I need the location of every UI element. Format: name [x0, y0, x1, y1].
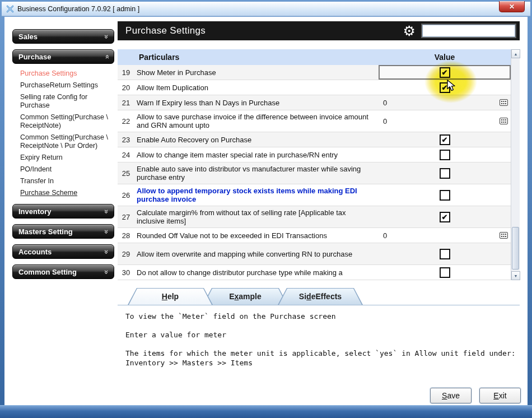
- row-number: 19: [118, 68, 134, 77]
- row-number: 25: [118, 169, 134, 178]
- sidebar-section-sales[interactable]: Sales»: [12, 29, 114, 44]
- row-value-cell: [379, 184, 511, 206]
- sidebar-item-common-setting-purchase-receiptnote-pur-order[interactable]: Common Setting(Purchase \ ReceiptNote \ …: [20, 133, 110, 150]
- checkbox-checked[interactable]: ✔: [440, 67, 450, 78]
- keypad-icon[interactable]: [500, 118, 508, 124]
- table-row-24: 24Allow to change item master special ra…: [118, 147, 511, 162]
- table-row-26: 26Allow to append temporary stock exists…: [118, 184, 511, 206]
- arrow-up-icon: ▲: [514, 52, 518, 56]
- checkbox-unchecked[interactable]: [440, 190, 450, 201]
- row-number: 26: [118, 191, 134, 199]
- tab-help[interactable]: Help: [128, 288, 213, 305]
- help-line: To view the `Meter` field on the Purchas…: [125, 312, 520, 322]
- row-value-cell: [379, 265, 511, 280]
- column-header-particulars: Particulars: [134, 53, 379, 62]
- row-value[interactable]: 0: [379, 231, 387, 240]
- tab-label: Help: [128, 288, 213, 305]
- table-body: 19Show Meter in Purchase✔20Allow Item Du…: [118, 65, 520, 280]
- sidebar-item-selling-rate-config-for-purchase[interactable]: Selling rate Config for Purchase: [20, 93, 110, 110]
- table-row-29: 29Allow item overwrite and mapping while…: [118, 243, 511, 265]
- sidebar-section-label: Inventory: [18, 207, 105, 216]
- sidebar-section-masters-setting[interactable]: Masters Setting»: [12, 224, 114, 239]
- sidebar-item-expiry-return[interactable]: Expiry Return: [20, 154, 110, 162]
- row-value-cell: [379, 162, 511, 184]
- keypad-icon[interactable]: [500, 232, 508, 239]
- search-input[interactable]: [422, 25, 515, 37]
- checkbox-checked[interactable]: ✔: [440, 134, 450, 145]
- scrollbar-thumb[interactable]: [512, 227, 519, 270]
- row-value-cell: [379, 147, 511, 162]
- table-header-row: Particulars Value: [118, 49, 511, 65]
- sidebar-item-transfer-in[interactable]: Transfer In: [20, 177, 110, 185]
- row-value-cell: ✔: [379, 206, 511, 227]
- sidebar-item-purchase-settings[interactable]: Purchase Settings: [20, 69, 110, 78]
- sidebar-item-po-indent[interactable]: PO/Indent: [20, 165, 110, 174]
- exit-button[interactable]: Exit: [479, 388, 521, 403]
- scrollbar-up-button[interactable]: ▲: [511, 49, 520, 58]
- row-number: 23: [118, 136, 134, 144]
- row-value[interactable]: 0: [379, 117, 387, 126]
- chevron-down-icon: »: [102, 209, 111, 213]
- sidebar-item-purchase-scheme[interactable]: Purchase Scheme: [20, 189, 110, 197]
- row-value-cell: 0: [379, 228, 511, 243]
- table-row-19: 19Show Meter in Purchase✔: [118, 65, 511, 80]
- help-line: Inventory >> Masters >> Items: [125, 359, 520, 368]
- sidebar-section-label: Masters Setting: [18, 227, 105, 236]
- keypad-icon[interactable]: [500, 99, 508, 106]
- row-number: 21: [118, 99, 134, 107]
- footer-buttons: SaveExit: [430, 388, 521, 403]
- checkbox-unchecked[interactable]: [440, 150, 450, 160]
- tab-label: Example: [203, 288, 288, 305]
- sidebar-section-items: Purchase SettingsPurchaseReturn Settings…: [20, 69, 114, 197]
- sidebar-item-common-setting-purchase-receiptnote[interactable]: Common Setting(Purchase \ ReceiptNote): [20, 113, 110, 130]
- row-particulars: Enable Auto Recovery on Purchase: [134, 136, 379, 144]
- help-content: To view the `Meter` field on the Purchas…: [118, 312, 520, 368]
- row-number: 27: [118, 213, 134, 221]
- sidebar-section-inventory[interactable]: Inventory»: [12, 204, 114, 219]
- app-icon: [6, 5, 14, 13]
- row-particulars: Allow to save purchase invoice if the di…: [134, 113, 379, 129]
- main-panel: Purchase Settings ⚙ Particulars Value 19…: [118, 21, 520, 368]
- table-row-30: 30Do not allow to change distributor pur…: [118, 265, 511, 280]
- help-line: [125, 322, 520, 331]
- table-scrollbar[interactable]: ▲ ▼: [511, 49, 520, 280]
- sidebar-section-common-setting[interactable]: Common Setting»: [12, 264, 114, 279]
- bottom-tab-strip: HelpExampleSideEffects: [118, 287, 520, 305]
- row-particulars: Allow to change item master special rate…: [134, 151, 379, 159]
- sidebar-section-label: Purchase: [18, 53, 105, 61]
- sidebar-section-purchase[interactable]: Purchase»: [12, 49, 114, 64]
- sidebar-section-accounts[interactable]: Accounts»: [12, 244, 114, 259]
- checkbox-checked[interactable]: ✔: [440, 82, 450, 93]
- close-icon: ✕: [509, 3, 515, 11]
- settings-table: Particulars Value 19Show Meter in Purcha…: [118, 49, 520, 280]
- tab-example[interactable]: Example: [203, 288, 288, 305]
- row-particulars: Calculate margin% from without tax of se…: [134, 208, 379, 225]
- column-header-value: Value: [379, 53, 511, 62]
- row-value-cell: 0: [379, 110, 511, 132]
- table-row-21: 21Warn If Expiry less than N Days in Pur…: [118, 95, 511, 110]
- window-title: Business Configuration 7.0.92 [ admin ]: [17, 5, 139, 13]
- checkbox-checked[interactable]: ✔: [440, 212, 450, 222]
- table-row-22: 22Allow to save purchase invoice if the …: [118, 110, 511, 132]
- chevron-down-icon: »: [102, 270, 111, 273]
- row-value[interactable]: 0: [379, 99, 387, 107]
- row-number: 22: [118, 117, 134, 126]
- page-title: Purchase Settings: [125, 25, 206, 36]
- save-button[interactable]: Save: [430, 388, 472, 403]
- row-particulars: Allow to append temporary stock exists i…: [134, 187, 379, 203]
- row-particulars: Show Meter in Purchase: [134, 68, 379, 77]
- scrollbar-down-button[interactable]: ▼: [511, 271, 520, 280]
- chevron-down-icon: »: [102, 249, 111, 253]
- tab-sideeffects[interactable]: SideEffects: [278, 288, 363, 305]
- sidebar-item-purchasereturn-settings[interactable]: PurchaseReturn Settings: [20, 81, 110, 90]
- checkbox-unchecked[interactable]: [440, 267, 450, 278]
- gear-icon[interactable]: ⚙: [403, 24, 416, 38]
- row-number: 30: [118, 268, 134, 277]
- checkbox-unchecked[interactable]: [440, 168, 450, 179]
- row-number: 20: [118, 83, 134, 92]
- close-button[interactable]: ✕: [499, 1, 525, 12]
- chevron-down-icon: »: [102, 34, 111, 38]
- checkbox-unchecked[interactable]: [440, 249, 450, 259]
- tab-label: SideEffects: [278, 288, 363, 305]
- chevron-up-icon: »: [102, 54, 111, 58]
